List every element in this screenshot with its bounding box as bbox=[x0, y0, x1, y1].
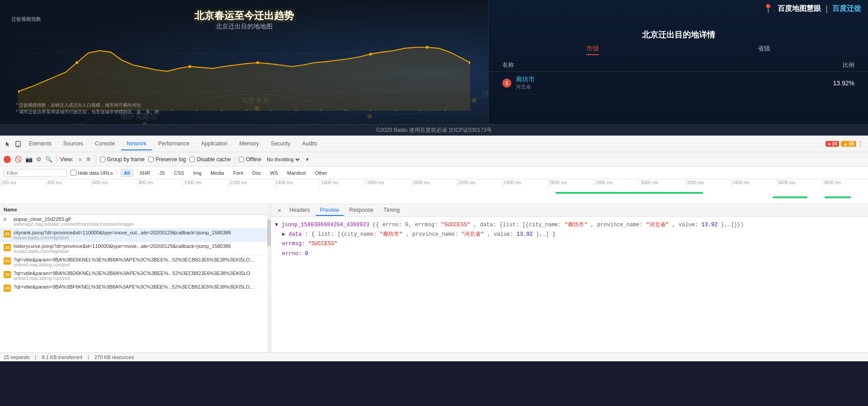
list-item[interactable]: JS cityrank.jsonp?dt=province&id=110000&… bbox=[0, 229, 271, 242]
filter-css-btn[interactable]: CSS bbox=[171, 169, 187, 177]
hide-data-urls-checkbox[interactable] bbox=[71, 170, 76, 176]
tick-2200: 2200 ms bbox=[457, 179, 502, 188]
json-line-fn: ▼ jsonp_1580386984204_4388923 ({ errno: … bbox=[275, 220, 864, 230]
panel-header: 名称 比例 bbox=[489, 59, 868, 72]
disable-cache-checkbox[interactable] bbox=[189, 157, 195, 162]
filter-bar: Hide data URLs All XHR JS CSS Img Media … bbox=[0, 167, 868, 179]
filter-input[interactable] bbox=[4, 169, 67, 177]
tab-console[interactable]: Console bbox=[90, 138, 120, 150]
devtools-device-btn[interactable] bbox=[14, 140, 23, 149]
detail-tab-headers[interactable]: Headers bbox=[285, 205, 314, 216]
tick-3600: 3600 ms bbox=[777, 179, 822, 188]
svg-marker-30 bbox=[18, 47, 470, 111]
footnote1: * 迁徙规模指数：反映迁入或迁出人口规模，城市间可横向对比 bbox=[16, 102, 159, 108]
filter-toggle-btn[interactable]: ⚙ bbox=[36, 156, 42, 163]
group-by-frame-checkbox[interactable] bbox=[100, 157, 105, 162]
tick-1200: 1200 ms bbox=[228, 179, 274, 188]
file-name: ?qt=vtile&param=9BA%3BF6KNEL%3E%3B8A%3AP… bbox=[14, 284, 267, 289]
view-label: View: bbox=[60, 156, 73, 163]
tab-city[interactable]: 市级 bbox=[586, 45, 599, 55]
detail-tab-preview[interactable]: Preview bbox=[316, 205, 344, 216]
js-icon: JS bbox=[4, 230, 11, 238]
preserve-log-label[interactable]: Preserve log bbox=[148, 156, 186, 163]
clear-btn[interactable]: 🚫 bbox=[14, 156, 22, 163]
view-grid-btn[interactable]: ⊞ bbox=[85, 155, 92, 163]
tab-network[interactable]: Network bbox=[121, 138, 152, 150]
map-area: 哈萨克斯坦 乌鲁木齐 呼和浩特 哈尔滨 土耳其 兰州市 成都 中央大街 北京春运… bbox=[0, 0, 868, 124]
filter-other-btn[interactable]: Other bbox=[312, 169, 330, 177]
timeline-area: 200 ms 400 ms 600 ms 800 ms 1000 ms 1200… bbox=[0, 179, 868, 204]
tab-application[interactable]: Application bbox=[196, 138, 233, 150]
list-item[interactable]: JS ?qt=vtile&param=9BA%3BE6KNEL%3E%3B8A%… bbox=[0, 256, 271, 269]
chart-svg: 30 20 10 0 01/01 01/02 01/03 01/04 01/05… bbox=[18, 34, 470, 111]
detail-tab-timing[interactable]: Timing bbox=[379, 205, 404, 216]
camera-btn[interactable]: 📷 bbox=[25, 156, 33, 163]
disable-cache-label[interactable]: Disable cache bbox=[189, 156, 231, 163]
footnote2: * 城市迁徙边界采用该城市行政区划，包含该城市管辖的区、县、乡、村 bbox=[16, 108, 159, 115]
hide-data-urls-label[interactable]: Hide data URLs bbox=[71, 170, 113, 176]
file-url: huiyan.baidu.com/migration bbox=[14, 249, 267, 254]
errmsg-label: errmsg: bbox=[282, 241, 305, 247]
throttle-select[interactable]: No throttling bbox=[265, 156, 301, 163]
col-name: 名称 bbox=[502, 61, 514, 69]
list-item[interactable]: ✕ popup_close_15d2283.gif webmap2.map.bd… bbox=[0, 215, 271, 229]
tab-elements[interactable]: Elements bbox=[24, 138, 57, 150]
chart-container: 北京春运至今迁出趋势 北京迁出目的地地图 迁徙规模指数 30 20 10 0 bbox=[5, 9, 484, 117]
panel-tabs: 市级 省级 bbox=[489, 45, 868, 55]
scrollbar[interactable] bbox=[267, 215, 271, 352]
filter-media-btn[interactable]: Media bbox=[208, 169, 227, 177]
throttle-dropdown-arrow[interactable]: ▼ bbox=[305, 157, 310, 162]
panel-title: 北京迁出目的地详情 bbox=[489, 23, 868, 45]
tab-memory[interactable]: Memory bbox=[234, 138, 264, 150]
tab-audits[interactable]: Audits bbox=[297, 138, 322, 150]
json-line-errno: errno: 0 bbox=[275, 249, 864, 259]
filter-font-btn[interactable]: Font bbox=[231, 169, 246, 177]
devtools-more-btn[interactable]: ⋮ bbox=[857, 140, 864, 148]
errno-value: 0 bbox=[305, 251, 308, 257]
offline-checkbox[interactable] bbox=[239, 157, 244, 162]
detail-close-btn[interactable]: × bbox=[275, 206, 284, 215]
filter-manifest-btn[interactable]: Manifest bbox=[284, 169, 309, 177]
filter-img-btn[interactable]: Img bbox=[190, 169, 204, 177]
status-bar: 15 requests ｜ 8.1 KB transferred ｜ 270 K… bbox=[0, 352, 868, 361]
filter-xhr-btn[interactable]: XHR bbox=[137, 169, 153, 177]
collapse-triangle[interactable]: ▼ bbox=[275, 222, 281, 228]
data-triangle[interactable]: ▶ bbox=[282, 231, 288, 238]
tab-province[interactable]: 省级 bbox=[758, 45, 770, 55]
search-btn[interactable]: 🔍 bbox=[45, 156, 52, 163]
tick-2800: 2800 ms bbox=[594, 179, 640, 188]
file-url: online3.map.bdimg.com/pvd bbox=[14, 276, 267, 281]
chart-title: 北京春运至今迁出趋势 bbox=[194, 9, 294, 23]
timeline-ruler: 200 ms 400 ms 600 ms 800 ms 1000 ms 1200… bbox=[0, 179, 868, 188]
group-by-frame-label[interactable]: Group by frame bbox=[100, 156, 145, 163]
file-url: huiyan.baidu.com/migration bbox=[14, 235, 267, 240]
file-name: historycurve.jsonp?dt=province&id=110000… bbox=[14, 243, 267, 249]
preserve-log-checkbox[interactable] bbox=[148, 157, 154, 162]
file-url: webmap2.map.bdstatic.com/wolfman/static/… bbox=[14, 222, 267, 227]
green-bar-3 bbox=[825, 196, 851, 198]
file-list-body[interactable]: ✕ popup_close_15d2283.gif webmap2.map.bd… bbox=[0, 215, 271, 352]
view-list-btn[interactable]: ≡ bbox=[77, 155, 83, 163]
tab-security[interactable]: Security bbox=[265, 138, 296, 150]
list-item[interactable]: JS ?qt=vtile&param=9BA%3BF6KNEL%3E%3B8A%… bbox=[0, 283, 271, 291]
detail-content: ▼ jsonp_1580386984204_4388923 ({ errno: … bbox=[271, 217, 868, 352]
detail-tabs: × Headers Preview Response Timing bbox=[271, 204, 868, 217]
detail-tab-response[interactable]: Response bbox=[344, 205, 378, 216]
filter-all-btn[interactable]: All bbox=[121, 169, 133, 177]
offline-label[interactable]: Offline bbox=[239, 156, 261, 163]
tab-sources[interactable]: Sources bbox=[58, 138, 89, 150]
devtools-cursor-btn[interactable] bbox=[4, 140, 13, 149]
list-item[interactable]: JS historycurve.jsonp?dt=province&id=110… bbox=[0, 242, 271, 256]
tick-600: 600 ms bbox=[91, 179, 137, 188]
green-bar-2 bbox=[773, 196, 807, 198]
filter-js-btn[interactable]: JS bbox=[156, 169, 168, 177]
device-icon bbox=[15, 141, 21, 147]
filter-doc-btn[interactable]: Doc bbox=[250, 169, 264, 177]
record-btn[interactable] bbox=[4, 156, 11, 163]
list-item[interactable]: JS ?qt=vtile&param=9BA%3BD6KNEL%3E%3B8A%… bbox=[0, 269, 271, 283]
filter-ws-btn[interactable]: WS bbox=[267, 169, 281, 177]
tab-performance[interactable]: Performance bbox=[153, 138, 195, 150]
js-icon: JS bbox=[4, 285, 11, 292]
file-list-header: Name bbox=[0, 204, 271, 215]
tick-1000: 1000 ms bbox=[183, 179, 228, 188]
